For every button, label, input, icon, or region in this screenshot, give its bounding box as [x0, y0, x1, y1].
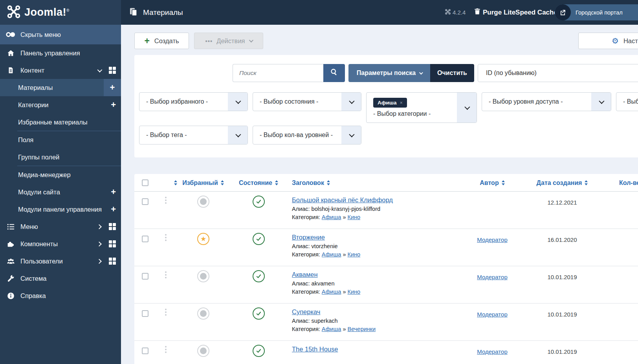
- sidebar-item-site-modules[interactable]: Модули сайта +: [0, 183, 121, 201]
- drag-handle-icon[interactable]: [165, 234, 167, 241]
- filter-chevron[interactable]: [341, 93, 361, 111]
- add-category-button[interactable]: +: [111, 101, 116, 109]
- row-checkbox[interactable]: [142, 273, 148, 280]
- column-title[interactable]: Заголовок: [292, 174, 370, 192]
- logo-area[interactable]: Joomla!®: [0, 0, 121, 25]
- dashboard-grid-icon[interactable]: [109, 258, 116, 265]
- subcategory-link[interactable]: Кино: [348, 214, 361, 220]
- filter-levels-select[interactable]: - Выбор кол-ва уровней -: [253, 126, 361, 145]
- drag-handle-icon[interactable]: [165, 271, 167, 278]
- add-site-module-button[interactable]: +: [111, 188, 116, 196]
- add-admin-module-button[interactable]: +: [111, 205, 116, 214]
- author-link[interactable]: Модератор: [477, 348, 508, 355]
- drag-handle-icon[interactable]: [165, 346, 167, 353]
- sidebar-item-users[interactable]: Пользователи: [0, 252, 121, 270]
- row-checkbox[interactable]: [142, 310, 148, 317]
- status-published-icon[interactable]: [253, 307, 265, 320]
- filter-chevron[interactable]: [341, 126, 361, 144]
- subcategory-link[interactable]: Вечеринки: [348, 326, 376, 332]
- plus-icon: +: [144, 37, 149, 46]
- filter-category-select[interactable]: Афиша × - Выбор категории -: [366, 92, 477, 123]
- column-featured[interactable]: Избранный: [180, 174, 227, 192]
- search-input[interactable]: [233, 64, 323, 82]
- article-link[interactable]: The 15th House: [292, 346, 338, 353]
- article-link[interactable]: Аквамен: [292, 271, 318, 278]
- filter-tag-select[interactable]: - Выбор тега -: [139, 126, 248, 145]
- category-link[interactable]: Афиша: [322, 251, 341, 258]
- author-link[interactable]: Модератор: [477, 236, 508, 243]
- options-button[interactable]: ⚙ Настройки: [578, 33, 638, 49]
- filter-featured-select[interactable]: - Выбор избранного -: [139, 92, 248, 111]
- author-link[interactable]: Модератор: [477, 311, 508, 318]
- featured-toggle[interactable]: [197, 307, 209, 320]
- row-checkbox[interactable]: [142, 236, 148, 242]
- article-link[interactable]: Суперкач: [292, 308, 320, 315]
- category-chip[interactable]: Афиша ×: [373, 98, 407, 108]
- sidebar-item-admin-modules[interactable]: Модули панели управления +: [0, 201, 121, 218]
- chip-label: Афиша: [378, 100, 397, 106]
- actions-button[interactable]: ••• Действия: [194, 33, 263, 49]
- row-checkbox[interactable]: [142, 198, 148, 205]
- drag-handle-icon[interactable]: [165, 309, 167, 316]
- dashboard-grid-icon[interactable]: [109, 223, 116, 230]
- sidebar-item-content[interactable]: Контент: [0, 62, 121, 79]
- dashboard-grid-icon[interactable]: [109, 67, 116, 74]
- subcategory-link[interactable]: Кино: [348, 289, 361, 295]
- article-link[interactable]: Большой красный пёс Клиффорд: [292, 196, 393, 203]
- author-link[interactable]: Модератор: [477, 274, 508, 280]
- search-tools-button[interactable]: Параметры поиска: [348, 64, 430, 82]
- column-author[interactable]: Автор: [453, 174, 532, 192]
- purge-cache-button[interactable]: Purge LiteSpeed Cache: [473, 0, 557, 25]
- column-status[interactable]: Состояние: [235, 174, 282, 192]
- sort-order-select[interactable]: ID (по убыванию): [478, 64, 638, 82]
- article-link[interactable]: Вторжение: [292, 234, 325, 241]
- sidebar-item-articles[interactable]: Материалы +: [0, 79, 121, 96]
- sidebar-item-menus[interactable]: Меню: [0, 218, 121, 235]
- status-published-icon[interactable]: [253, 196, 265, 208]
- clear-button[interactable]: Очистить: [430, 64, 474, 82]
- category-link[interactable]: Афиша: [322, 326, 341, 332]
- sidebar-item-components[interactable]: Компоненты: [0, 235, 121, 252]
- row-checkbox[interactable]: [142, 348, 148, 354]
- sidebar-item-featured[interactable]: Избранные материалы: [0, 113, 121, 131]
- featured-toggle[interactable]: [197, 196, 209, 208]
- preview-site-button[interactable]: Городской портал: [555, 4, 638, 20]
- filter-chevron[interactable]: [591, 93, 611, 111]
- filter-chevron[interactable]: [457, 93, 477, 123]
- new-button[interactable]: + Создать: [134, 33, 189, 49]
- sidebar-item-media[interactable]: Медиа-менеджер: [0, 166, 121, 183]
- filter-author-select[interactable]: - Выбор: [616, 92, 638, 111]
- featured-toggle[interactable]: [197, 345, 209, 357]
- filter-access-select[interactable]: - Выбор уровня доступа -: [482, 92, 611, 111]
- filter-chevron[interactable]: [228, 93, 248, 111]
- status-published-icon[interactable]: [253, 345, 265, 357]
- add-article-button[interactable]: +: [104, 79, 121, 96]
- chevron-right-icon[interactable]: [97, 241, 102, 247]
- sidebar-item-dashboard[interactable]: Панель управления: [0, 44, 121, 62]
- drag-handle-icon[interactable]: [165, 197, 167, 204]
- sidebar-item-categories[interactable]: Категории +: [0, 96, 121, 113]
- featured-star-icon[interactable]: ★: [197, 233, 209, 245]
- chip-remove-icon[interactable]: ×: [400, 100, 403, 106]
- status-published-icon[interactable]: [253, 233, 265, 245]
- sidebar-item-system[interactable]: Система: [0, 270, 121, 287]
- dashboard-grid-icon[interactable]: [109, 240, 116, 247]
- chevron-right-icon[interactable]: [97, 259, 102, 264]
- column-hits[interactable]: Кол-во: [619, 174, 638, 192]
- sidebar-item-field-groups[interactable]: Группы полей: [0, 148, 121, 166]
- select-all-checkbox[interactable]: [142, 179, 148, 186]
- filter-chevron[interactable]: [228, 126, 248, 144]
- sidebar-item-help[interactable]: Справка: [0, 287, 121, 304]
- category-link[interactable]: Афиша: [322, 214, 341, 220]
- subcategory-link[interactable]: Кино: [348, 251, 361, 258]
- chevron-down-icon[interactable]: [97, 67, 103, 72]
- filter-status-select[interactable]: - Выбор состояния -: [253, 92, 361, 111]
- column-created[interactable]: Дата создания: [523, 174, 601, 192]
- sidebar-item-fields[interactable]: Поля: [0, 131, 121, 148]
- search-button[interactable]: [323, 64, 345, 82]
- chevron-right-icon[interactable]: [97, 224, 102, 229]
- featured-toggle[interactable]: [197, 270, 209, 282]
- category-link[interactable]: Афиша: [322, 289, 341, 295]
- toggle-menu-button[interactable]: Скрыть меню: [0, 25, 121, 44]
- status-published-icon[interactable]: [253, 270, 265, 282]
